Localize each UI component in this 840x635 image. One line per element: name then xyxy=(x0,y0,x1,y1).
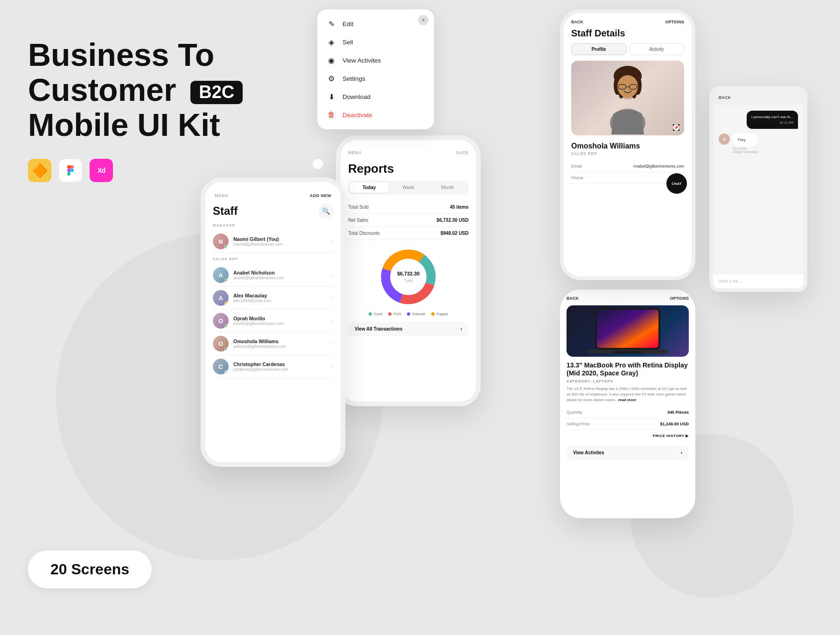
status-dot-anabel xyxy=(224,279,228,282)
staff-title: Staff xyxy=(213,205,238,218)
avatar-omoshola: O xyxy=(213,336,229,352)
product-back[interactable]: BACK xyxy=(567,296,579,301)
view-activities-icon: ◉ xyxy=(327,56,336,65)
sketch-icon: 🔶 xyxy=(28,159,51,182)
staff-item-christopher[interactable]: C Christopher Cardenas cardenas@gilbertv… xyxy=(213,355,333,378)
chat-top-bar: BACK xyxy=(713,90,804,105)
context-menu: × ✎ Edit ◈ Sell ◉ View Activites ⚙ Setti… xyxy=(317,9,434,129)
chart-legend: Cash POS Transfer Paypal xyxy=(348,312,469,316)
stat-net-sales: Net Sales $6,732.30 USD xyxy=(348,214,469,227)
staff-details-role: SALES REP xyxy=(571,151,684,156)
reports-phone: MENU DATE Reports Today Week Month Total… xyxy=(336,135,481,406)
staff-item-naomi[interactable]: N Naomi Gilbert (You) naomi@gilbertventu… xyxy=(213,230,333,253)
staff-email-oprah: morillo@gilbertventures.com xyxy=(233,321,327,326)
product-category: CATEGORY: LAPTOPS xyxy=(567,379,689,383)
edit-icon: ✎ xyxy=(327,20,336,28)
tab-activity[interactable]: Activity xyxy=(629,43,684,55)
menu-item-download[interactable]: ⬇ Download xyxy=(317,88,434,106)
deco-dot1 xyxy=(313,159,323,169)
manager-section-label: MANAGER xyxy=(213,223,333,227)
staff-photo: 📌 xyxy=(571,61,684,135)
read-more-link[interactable]: read more xyxy=(618,398,637,402)
stat-discounts: Total Discounts $948.02 USD xyxy=(348,227,469,240)
staff-name-omoshola: Omoshola Williams xyxy=(233,339,327,344)
reports-date-label: DATE xyxy=(456,150,469,155)
sell-icon: ◈ xyxy=(327,38,336,47)
figma-icon xyxy=(59,159,82,182)
menu-item-deactivate[interactable]: 🗑 Deactivate xyxy=(317,106,434,124)
xd-icon: Xd xyxy=(90,159,113,182)
avatar-oprah: O xyxy=(213,313,229,329)
status-dot-naomi xyxy=(224,245,228,249)
avatar-naomi: N xyxy=(213,233,229,249)
staff-details-options[interactable]: OPTIONS xyxy=(665,20,684,24)
staff-name-christopher: Christopher Cardenas xyxy=(233,361,327,367)
avatar-christopher: C xyxy=(213,359,229,374)
staff-details-title: Staff Details xyxy=(571,28,684,39)
menu-item-settings[interactable]: ⚙ Settings xyxy=(317,70,434,88)
sales-rep-label: SALES REP xyxy=(213,257,333,261)
product-image xyxy=(567,305,689,357)
product-phone: BACK OPTIONS xyxy=(560,289,695,518)
search-button[interactable]: 🔍 xyxy=(318,204,333,219)
staff-details-phone: BACK OPTIONS Staff Details Profile Activ… xyxy=(560,9,695,280)
svg-text:Total: Total xyxy=(404,278,413,283)
status-dot-alex xyxy=(224,302,228,305)
price-history-link[interactable]: PRICE HISTORY ▶ xyxy=(567,430,689,442)
product-stat-price: Selling Price $1,249.00 USD xyxy=(567,418,689,430)
staff-name-anabel: Anabel Nicholson xyxy=(233,270,327,275)
deactivate-icon: 🗑 xyxy=(327,111,336,119)
chat-input[interactable]: Write a me... xyxy=(713,274,804,288)
settings-icon: ⚙ xyxy=(327,74,336,83)
tab-profile[interactable]: Profile xyxy=(571,43,626,55)
staff-email-christopher: cardenas@gilbertventures.com xyxy=(233,367,327,372)
view-activites-button[interactable]: View Activites › xyxy=(567,445,689,460)
chat-bubble-right-1: I personally can't ask th... 10:11 AM xyxy=(747,111,798,129)
download-icon: ⬇ xyxy=(327,92,336,101)
staff-menu-label: MENU xyxy=(215,193,229,198)
close-button[interactable]: × xyxy=(418,15,428,25)
stat-total-sold: Total Sold 45 items xyxy=(348,201,469,214)
staff-details-back[interactable]: BACK xyxy=(571,20,583,24)
product-options[interactable]: OPTIONS xyxy=(670,296,689,301)
product-description: The 13.3" Retina Display has a 2560 x 16… xyxy=(567,386,689,403)
staff-phone: MENU ADD NEW Staff 🔍 MANAGER N Naomi Gil… xyxy=(201,177,345,467)
staff-email-naomi: naomi@gilbertventures.com xyxy=(233,242,327,247)
staff-email-alex: alex1993@ymail.com xyxy=(233,298,327,303)
tab-month[interactable]: Month xyxy=(428,182,467,193)
menu-item-view-activities[interactable]: ◉ View Activites xyxy=(317,51,434,70)
tab-week[interactable]: Week xyxy=(389,182,428,193)
staff-item-alex[interactable]: A Alex Macaulay alex1993@ymail.com › xyxy=(213,287,333,310)
menu-item-sell[interactable]: ◈ Sell xyxy=(317,33,434,51)
chevron-naomi: › xyxy=(332,239,333,244)
status-dot-oprah xyxy=(224,325,228,328)
avatar-alex: A xyxy=(213,290,229,306)
reports-title: Reports xyxy=(348,162,469,176)
staff-item-omoshola[interactable]: O Omoshola Williams williams@gilbertvent… xyxy=(213,332,333,355)
menu-item-edit[interactable]: ✎ Edit xyxy=(317,15,434,33)
left-section: Business To Customer B2C Mobile UI Kit 🔶… xyxy=(28,37,261,182)
view-all-transactions-button[interactable]: View All Transactions › xyxy=(348,322,469,336)
chat-bubble-left-1: A They 10:15 AM Anabel Nicholson xyxy=(719,134,798,154)
b2c-badge: B2C xyxy=(190,81,243,104)
svg-rect-21 xyxy=(614,351,642,353)
tab-today[interactable]: Today xyxy=(350,182,389,193)
staff-details-name: Omoshola Williams xyxy=(571,142,684,150)
staff-add-new[interactable]: ADD NEW xyxy=(310,193,332,198)
detail-row-email: Email Anabel@gilbertventures.com xyxy=(571,161,684,172)
staff-email-omoshola: williams@gilbertventures.com xyxy=(233,344,327,349)
staff-name-naomi: Naomi Gilbert (You) xyxy=(233,236,327,242)
avatar-anabel: A xyxy=(213,267,229,283)
donut-chart: $6,732.30 Total xyxy=(348,247,469,307)
screens-badge: 20 Screens xyxy=(28,550,152,588)
product-title: 13.3" MacBook Pro with Retina Display (M… xyxy=(567,361,689,377)
chat-avatar: A xyxy=(719,134,730,145)
staff-item-anabel[interactable]: A Anabel Nicholson anabel@gilbertventure… xyxy=(213,264,333,287)
staff-details-tabs: Profile Activity xyxy=(571,43,684,55)
staff-name-oprah: Oprah Morillo xyxy=(233,316,327,321)
main-title: Business To Customer B2C Mobile UI Kit xyxy=(28,37,261,142)
staff-item-oprah[interactable]: O Oprah Morillo morillo@gilbertventures.… xyxy=(213,310,333,332)
svg-point-13 xyxy=(617,75,638,98)
chat-button[interactable]: CHAT xyxy=(666,173,687,194)
svg-rect-19 xyxy=(597,310,658,348)
